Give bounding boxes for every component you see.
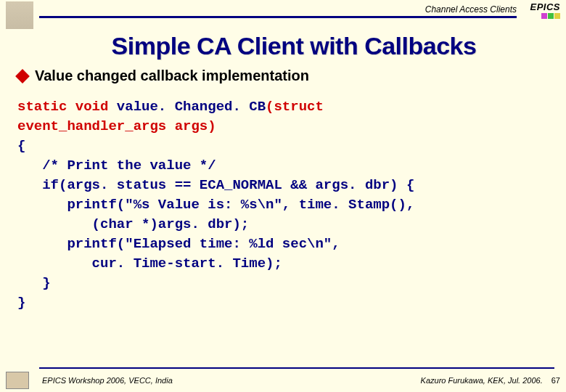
epics-logo-text: EPICS [530,1,560,12]
code-keyword: (struct [266,99,324,115]
code-keyword: static void [17,99,108,115]
breadcrumb: Channel Access Clients [39,1,560,15]
header-rule [39,16,517,18]
code-line: (char *)args. dbr); [17,216,249,232]
square-yellow-icon [554,13,560,19]
bullet-text: Value changed callback implementation [35,68,309,84]
broken-image-icon [6,372,29,389]
footer-rule [39,367,554,369]
diamond-bullet-icon [15,69,30,83]
code-keyword: event_handler_args args) [17,118,216,134]
footer-right-text: Kazuro Furukawa, KEK, Jul. 2006. [421,376,543,385]
institution-logo [6,1,33,29]
epics-logo: EPICS [530,1,560,19]
code-line: cur. Time-start. Time); [17,256,282,271]
square-magenta-icon [541,13,547,19]
code-block: static void value. Changed. CB(struct ev… [17,97,551,313]
epics-logo-squares [530,13,560,19]
footer-left-text: EPICS Workshop 2006, VECC, India [42,376,421,385]
code-line: printf("Elapsed time: %ld sec\n", [17,236,340,252]
slide-title: Simple CA Client with Callbacks [36,32,551,60]
slide-header: Channel Access Clients EPICS [0,0,566,28]
header-content: Channel Access Clients [39,1,560,18]
code-text: value. Changed. CB [108,99,266,115]
code-line: } [17,295,25,311]
code-line: printf("%s Value is: %s\n", time. Stamp(… [17,197,414,213]
slide-footer: EPICS Workshop 2006, VECC, India Kazuro … [0,367,566,389]
code-line: if(args. status == ECA_NORMAL && args. d… [17,177,414,193]
bullet-item: Value changed callback implementation [17,68,566,84]
footer-row: EPICS Workshop 2006, VECC, India Kazuro … [6,372,560,389]
code-line: { [17,138,25,154]
code-line: /* Print the value */ [17,158,216,173]
page-number: 67 [551,376,560,385]
square-green-icon [548,13,554,19]
code-line: } [17,275,51,291]
